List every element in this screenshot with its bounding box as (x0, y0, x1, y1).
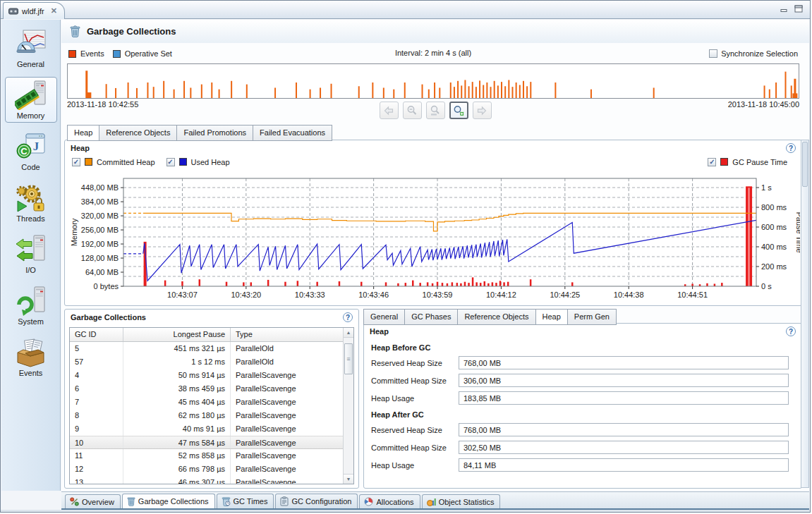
bottom-tab-overview[interactable]: Overview (65, 494, 121, 508)
gc-pause-time-checkbox[interactable] (708, 158, 716, 166)
threads-icon (6, 183, 56, 213)
sidebar-item-threads[interactable]: Threads (5, 180, 57, 226)
table-row[interactable]: 1346 ms 307 µsParallelScavenge (70, 476, 353, 484)
editor-tab-title: wldf.jfr (22, 7, 44, 16)
bottom-tab-label: Overview (82, 498, 114, 506)
gc-times-icon (222, 496, 231, 506)
bottom-tab-allocations[interactable]: Allocations (359, 494, 420, 508)
table-row[interactable]: 862 ms 180 µsParallelScavenge (70, 409, 353, 422)
table-cell: 11 (70, 449, 123, 463)
scrollbar-thumb[interactable] (802, 142, 808, 187)
editor-scrollbar[interactable] (801, 140, 809, 488)
zoom-in-icon (453, 105, 464, 116)
zoom-out-icon (406, 105, 418, 116)
column-header-gc-id[interactable]: GC ID (70, 328, 123, 341)
table-row[interactable]: 1266 ms 798 µsParallelScavenge (70, 463, 353, 476)
help-icon[interactable] (786, 326, 796, 336)
scrollbar-thumb[interactable] (344, 343, 353, 374)
gc-table-header[interactable]: GC IDLongest PauseType (70, 328, 353, 342)
detail-tab-gc-phases[interactable]: GC Phases (405, 309, 458, 325)
table-cell: 9 (70, 422, 123, 436)
detail-tab-general[interactable]: General (363, 309, 405, 325)
timeline-nav-buttons (61, 102, 809, 119)
detail-tab-reference-objects[interactable]: Reference Objects (458, 309, 535, 325)
zoom-range-button[interactable] (426, 102, 445, 119)
table-row[interactable]: 5451 ms 321 µsParallelOld (70, 342, 353, 355)
scroll-down-arrow[interactable]: ▼ (344, 474, 353, 484)
memory-icon (6, 80, 56, 110)
svg-text:448,00 MB: 448,00 MB (81, 183, 119, 192)
bottom-tab-gc-configuration[interactable]: GC Configuration (275, 494, 358, 508)
field-value-committed-heap-size[interactable]: 302,50 MB (459, 441, 789, 454)
detail-tab-heap[interactable]: Heap (536, 309, 568, 325)
bottom-tab-label: Garbage Collections (138, 497, 209, 506)
forward-button[interactable] (473, 102, 492, 119)
field-value-committed-heap-size[interactable]: 306,00 MB (459, 374, 789, 387)
table-cell: 50 ms 914 µs (123, 369, 231, 382)
sidebar-item-general[interactable]: General (5, 25, 57, 71)
tab-failed-evacuations[interactable]: Failed Evacuations (253, 125, 332, 141)
bottom-tab-garbage-collections[interactable]: Garbage Collections (122, 494, 215, 508)
help-icon[interactable] (786, 143, 796, 153)
events-legend-chip (68, 50, 76, 58)
heap-chart[interactable]: 448,00 MB384,00 MB320,00 MB256,00 MB192,… (66, 174, 800, 301)
column-header-type[interactable]: Type (231, 328, 343, 341)
table-cell: ParallelScavenge (231, 409, 343, 422)
sidebar-item-label: Memory (6, 111, 56, 120)
scroll-up-arrow[interactable]: ▲ (344, 328, 353, 338)
code-icon: JC (6, 132, 56, 161)
table-row[interactable]: 450 ms 914 µsParallelScavenge (70, 369, 353, 382)
bottom-tab-object-statistics[interactable]: Object Statistics (422, 494, 501, 508)
svg-text:0 s: 0 s (761, 282, 772, 290)
table-row[interactable]: 571 s 12 msParallelOld (70, 355, 353, 369)
table-row[interactable]: 745 ms 404 µsParallelScavenge (70, 396, 353, 409)
close-icon[interactable]: ✕ (51, 6, 57, 16)
column-header-longest-pause[interactable]: Longest Pause (123, 328, 231, 341)
field-value-heap-usage[interactable]: 84,11 MB (459, 458, 789, 472)
tab-failed-promotions[interactable]: Failed Promotions (177, 125, 253, 141)
application-window: wldf.jfr ✕ GeneralMemoryJCCodeThreadsI/O… (0, 0, 811, 513)
sidebar-item-label: Code (6, 163, 56, 171)
table-row[interactable]: 1152 ms 858 µsParallelScavenge (70, 449, 353, 463)
table-scrollbar[interactable]: ▲ ▼ (343, 328, 353, 484)
field-value-heap-usage[interactable]: 183,85 MB (459, 391, 789, 405)
table-row[interactable]: 940 ms 91 µsParallelScavenge (70, 422, 353, 436)
sidebar-item-code[interactable]: JCCode (5, 128, 57, 174)
event-timeline-chart[interactable] (67, 63, 799, 99)
svg-text:10:44:51: 10:44:51 (677, 290, 708, 299)
sidebar-item-i-o[interactable]: I/O (5, 231, 57, 277)
tab-heap[interactable]: Heap (67, 125, 99, 141)
committed-heap-checkbox[interactable] (72, 158, 80, 166)
synchronize-selection-checkbox[interactable] (709, 49, 717, 58)
field-value-reserved-heap-size[interactable]: 768,00 MB (459, 423, 789, 436)
field-value-reserved-heap-size[interactable]: 768,00 MB (459, 356, 789, 369)
sidebar-item-events[interactable]: Events (5, 334, 57, 380)
zoom-in-button[interactable] (449, 102, 468, 119)
svg-text:10:43:20: 10:43:20 (231, 290, 261, 299)
minimize-button[interactable] (780, 6, 788, 13)
maximize-button[interactable] (794, 5, 803, 13)
bottom-tab-gc-times[interactable]: GC Times (217, 494, 274, 508)
table-cell: 40 ms 91 µs (123, 422, 231, 436)
sidebar-item-label: I/O (6, 266, 56, 274)
sidebar-item-system[interactable]: System (5, 283, 57, 329)
page-title: Garbage Collections (87, 26, 176, 37)
editor-tab-wldf[interactable]: wldf.jfr ✕ (3, 2, 65, 19)
committed-heap-legend-label: Committed Heap (97, 158, 155, 166)
used-heap-checkbox[interactable] (166, 158, 175, 166)
table-cell: 12 (70, 463, 123, 476)
window-bottom-strip (1, 510, 810, 512)
zoom-out-button[interactable] (403, 102, 422, 119)
field-label-reserved-heap-size: Reserved Heap Size (371, 359, 459, 367)
detail-tab-perm-gen[interactable]: Perm Gen (568, 309, 617, 325)
sidebar-item-memory[interactable]: Memory (5, 77, 57, 123)
back-button[interactable] (380, 102, 399, 119)
table-row[interactable]: 1047 ms 584 µsParallelScavenge (70, 436, 353, 449)
table-cell: 1 s 12 ms (123, 355, 231, 369)
tab-reference-objects[interactable]: Reference Objects (99, 125, 177, 141)
editor-area: Garbage Collections Interval: 2 min 4 s … (61, 20, 809, 491)
table-cell: ParallelScavenge (231, 463, 343, 476)
svg-text:256,00 MB: 256,00 MB (81, 226, 119, 234)
help-icon[interactable] (343, 312, 353, 322)
table-row[interactable]: 638 ms 459 µsParallelScavenge (70, 382, 353, 396)
